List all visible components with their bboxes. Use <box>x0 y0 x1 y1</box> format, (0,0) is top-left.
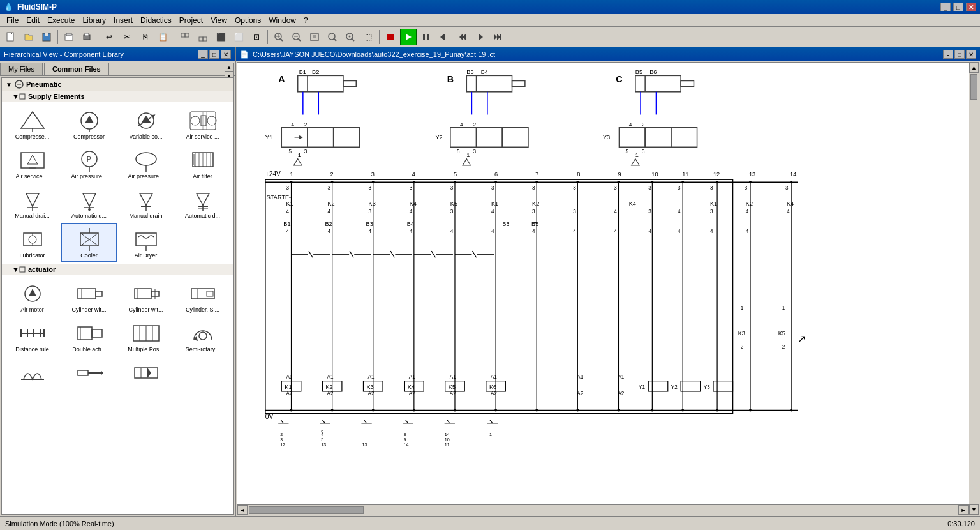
align-bl-button[interactable]: ⬛ <box>212 29 229 45</box>
canvas-area[interactable]: ▲ ▼ ◄ ► A <box>237 62 979 515</box>
component-air-service-rect[interactable]: Air service ... <box>4 144 60 183</box>
pneumatic-section-header[interactable]: ▼ Pneumatic <box>2 78 233 91</box>
title-bar-controls[interactable]: _ □ ✕ <box>940 3 976 11</box>
left-minimize-btn[interactable]: _ <box>198 50 208 59</box>
component-air-service-combo[interactable]: Air service ... <box>175 105 230 143</box>
cut-button[interactable]: ✂ <box>119 29 135 45</box>
paste-button[interactable]: 📋 <box>154 29 171 45</box>
play-button[interactable] <box>400 29 417 45</box>
zoom-100-button[interactable] <box>342 29 359 45</box>
component-cooler[interactable]: Cooler <box>61 223 117 262</box>
open-icon <box>24 32 34 42</box>
supply-elements-header[interactable]: ▼ Supply Elements <box>2 91 233 102</box>
stop-button[interactable] <box>382 29 399 45</box>
component-air-dryer[interactable]: Air Dryer <box>118 223 174 262</box>
component-actuator3[interactable] <box>118 357 174 389</box>
scroll-right-arrow[interactable]: ► <box>958 505 969 515</box>
scroll-up-btn[interactable]: ▲ <box>225 63 234 72</box>
zoom-out-button[interactable] <box>288 29 305 45</box>
menu-insert[interactable]: Insert <box>110 15 137 26</box>
open-button[interactable] <box>20 29 37 45</box>
new-button[interactable] <box>3 29 19 45</box>
copy-button[interactable]: ⎘ <box>137 29 153 45</box>
undo-button[interactable]: ↩ <box>101 29 117 45</box>
component-cylinder1[interactable]: Cylinder wit... <box>61 278 117 316</box>
menu-edit[interactable]: Edit <box>22 15 43 26</box>
align-tl-button[interactable] <box>177 29 193 45</box>
component-actuator2[interactable] <box>61 357 117 389</box>
canvas-close-btn[interactable]: ✕ <box>966 50 976 59</box>
left-close-btn[interactable]: ✕ <box>221 50 231 59</box>
component-bellows[interactable] <box>4 357 60 389</box>
left-panel-title: Hierarchical View - Component Library <box>4 50 124 58</box>
component-compressor-triangle[interactable]: Compresse... <box>4 105 60 143</box>
tree-panel[interactable]: ▼ Pneumatic ▼ Supply Elements Compresse.… <box>1 77 234 515</box>
scroll-thumb-v[interactable] <box>970 74 977 100</box>
component-double-acting[interactable]: Double acti... <box>61 317 117 356</box>
step-fwd-button[interactable] <box>471 29 488 45</box>
left-restore-btn[interactable]: □ <box>209 50 219 59</box>
fast-fwd-button[interactable] <box>489 29 506 45</box>
svg-point-81 <box>29 236 36 243</box>
left-panel-controls[interactable]: _ □ ✕ <box>198 50 231 59</box>
save-button[interactable] <box>38 29 55 45</box>
zoom-fit-button[interactable] <box>306 29 323 45</box>
bottom-scrollbar[interactable]: ◄ ► <box>237 504 969 515</box>
svg-text:11: 11 <box>682 171 688 178</box>
menu-library[interactable]: Library <box>78 15 110 26</box>
menu-didactics[interactable]: Didactics <box>137 15 175 26</box>
component-semi-rotary[interactable]: Semi-rotary... <box>175 317 230 356</box>
print-button[interactable] <box>78 29 95 45</box>
align-br-button[interactable]: ⬜ <box>230 29 247 45</box>
component-lubricator[interactable]: Lubricator <box>4 223 60 262</box>
menu-options[interactable]: Options <box>231 15 265 26</box>
scroll-up-arrow[interactable]: ▲ <box>969 63 979 73</box>
component-air-motor[interactable]: Air motor <box>4 278 60 316</box>
pause-button[interactable] <box>418 29 434 45</box>
right-scrollbar[interactable]: ▲ ▼ <box>969 63 979 515</box>
menu-help[interactable]: ? <box>300 15 312 26</box>
component-auto-drain[interactable]: Automatic d... <box>61 184 117 222</box>
maximize-button[interactable]: □ <box>953 3 963 11</box>
component-multiple-pos[interactable]: Multiple Pos... <box>118 317 174 356</box>
align-mid-button[interactable]: ⊡ <box>248 29 265 45</box>
step-back-button[interactable] <box>436 29 452 45</box>
align-tr-button[interactable] <box>195 29 211 45</box>
close-button[interactable]: ✕ <box>966 3 976 11</box>
component-air-pressure-oval[interactable]: Air pressure... <box>118 144 174 183</box>
menu-window[interactable]: Window <box>265 15 300 26</box>
canvas-title-controls[interactable]: - □ ✕ <box>943 50 976 59</box>
scroll-thumb-h[interactable] <box>249 506 364 514</box>
menu-file[interactable]: File <box>3 15 22 26</box>
svg-text:3: 3 <box>410 185 413 191</box>
menu-view[interactable]: View <box>207 15 231 26</box>
menu-execute[interactable]: Execute <box>43 15 78 26</box>
zoom-in-button[interactable] <box>271 29 287 45</box>
component-auto-drain2[interactable]: Automatic d... <box>175 184 230 222</box>
component-manual-drain2[interactable]: Manual drain <box>118 184 174 222</box>
zoom-actual-button[interactable] <box>324 29 341 45</box>
component-distance-rule[interactable]: Distance rule <box>4 317 60 356</box>
svg-rect-350 <box>681 381 701 391</box>
svg-rect-175 <box>671 128 697 148</box>
component-variable-comp[interactable]: Variable co... <box>118 105 174 143</box>
zoom-extra-button[interactable]: ⬚ <box>360 29 376 45</box>
component-compressor-circle[interactable]: Compressor <box>61 105 117 143</box>
component-cylinder3[interactable]: Cylinder, Si... <box>175 278 230 316</box>
component-air-pressure-circle[interactable]: P Air pressure... <box>61 144 117 183</box>
tab-common-files[interactable]: Common Files <box>44 63 109 75</box>
actuator-section-header[interactable]: ▼ actuator <box>2 264 233 275</box>
scroll-left-arrow[interactable]: ◄ <box>237 505 248 515</box>
step-back2-button[interactable] <box>454 29 470 45</box>
scroll-down-arrow[interactable]: ▼ <box>969 504 979 515</box>
menu-project[interactable]: Project <box>175 15 207 26</box>
tab-my-files[interactable]: My Files <box>0 63 43 75</box>
minimize-button[interactable]: _ <box>940 3 951 11</box>
print-preview-button[interactable] <box>61 29 77 45</box>
canvas-restore-btn[interactable]: □ <box>954 50 965 59</box>
component-manual-drain[interactable]: Manual drai... <box>4 184 60 222</box>
svg-text:K1: K1 <box>491 201 498 207</box>
canvas-minimize-btn[interactable]: - <box>943 50 953 59</box>
component-air-filter[interactable]: Air filter <box>175 144 230 183</box>
component-cylinder2[interactable]: Cylinder wit... <box>118 278 174 316</box>
